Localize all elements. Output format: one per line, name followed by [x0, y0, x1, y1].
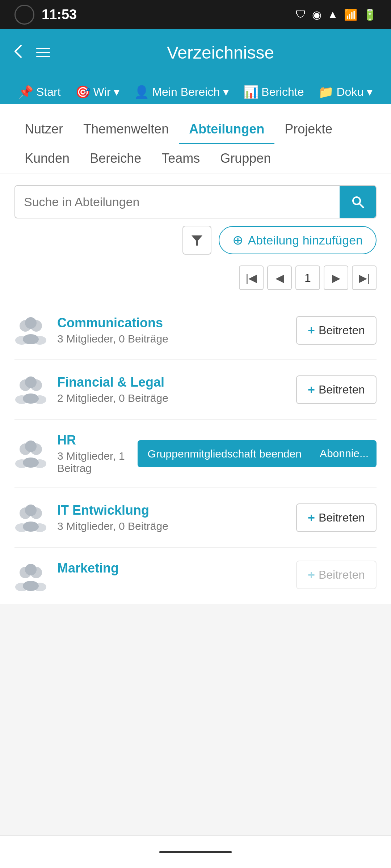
list-item-hr: HR 3 Mitglieder, 1 Beitrag Gruppenmitgli…: [14, 420, 377, 488]
join-button-marketing[interactable]: + Beitreten: [296, 561, 377, 589]
search-button[interactable]: [340, 186, 376, 218]
current-page: 1: [295, 265, 320, 290]
shield-icon: 🛡: [295, 8, 306, 21]
list-item-info-communications: Communications 3 Mitglieder, 0 Beiträge: [57, 315, 286, 345]
list-item-meta-communications: 3 Mitglieder, 0 Beiträge: [57, 333, 286, 345]
page-title: Verzeichnisse: [61, 43, 380, 63]
home-indicator: [159, 851, 232, 853]
wifi-icon: ▲: [327, 8, 338, 21]
last-page-icon: ▶|: [359, 272, 370, 284]
next-page-button[interactable]: ▶: [324, 265, 348, 290]
nav-label-berichte: Berichte: [261, 85, 304, 99]
hr-action-buttons: Gruppenmitgliedschaft beenden Abonnie...: [138, 440, 377, 467]
nav-label-meinbereich: Mein Bereich ▾: [152, 85, 229, 99]
filter-button[interactable]: [182, 226, 211, 255]
tab-bereiche[interactable]: Bereiche: [80, 144, 151, 174]
svg-point-23: [25, 505, 37, 516]
list-container: Communications 3 Mitglieder, 0 Beiträge …: [14, 301, 377, 593]
status-icons: 🛡 ◉ ▲ 📶 🔋: [295, 8, 377, 21]
group-icon-communications: [14, 314, 47, 346]
join-label-communications: Beitreten: [319, 324, 365, 337]
list-item-info-hr: HR 3 Mitglieder, 1 Beitrag: [57, 433, 127, 475]
tab-themenwelten[interactable]: Themenwelten: [73, 115, 179, 144]
group-icon-hr: [14, 437, 47, 470]
bottom-bar: [0, 835, 391, 868]
plus-icon-financial-legal: +: [308, 383, 315, 397]
nav-label-doku: Doku ▾: [336, 85, 373, 99]
list-item-info-it-entwicklung: IT Entwicklung 3 Mitglieder, 0 Beiträge: [57, 503, 286, 532]
leave-button-hr[interactable]: Gruppenmitgliedschaft beenden: [138, 440, 312, 467]
battery-icon: 🔋: [363, 8, 377, 21]
prev-page-button[interactable]: ◀: [267, 265, 292, 290]
menu-button[interactable]: [36, 48, 50, 57]
tab-kunden[interactable]: Kunden: [14, 144, 80, 174]
svg-point-8: [23, 334, 39, 344]
list-item-info-financial-legal: Financial & Legal 2 Mitglieder, 0 Beiträ…: [57, 375, 286, 404]
list-item-info-marketing: Marketing: [57, 561, 286, 578]
list-item-name-communications[interactable]: Communications: [57, 315, 286, 331]
svg-marker-2: [192, 235, 202, 246]
join-label-marketing: Beitreten: [319, 568, 365, 582]
action-row: ⊕ Abteilung hinzufügen: [14, 226, 377, 255]
last-page-button[interactable]: ▶|: [352, 265, 377, 290]
nav-item-wir[interactable]: 🎯Wir ▾: [68, 80, 127, 104]
list-item-financial-legal: Financial & Legal 2 Mitglieder, 0 Beiträ…: [14, 360, 377, 419]
list-item-name-it-entwicklung[interactable]: IT Entwicklung: [57, 503, 286, 518]
group-icon-marketing: [14, 561, 47, 593]
list-item-meta-it-entwicklung: 3 Mitglieder, 0 Beiträge: [57, 520, 286, 532]
svg-point-17: [25, 441, 37, 452]
list-item-marketing: Marketing + Beitreten: [14, 548, 377, 593]
list-item-name-marketing[interactable]: Marketing: [57, 561, 286, 576]
add-abteilung-button[interactable]: ⊕ Abteilung hinzufügen: [219, 226, 377, 254]
search-bar: [14, 185, 377, 218]
add-abteilung-label: Abteilung hinzufügen: [248, 233, 363, 247]
tab-teams[interactable]: Teams: [151, 144, 210, 174]
list-item-it-entwicklung: IT Entwicklung 3 Mitglieder, 0 Beiträge …: [14, 488, 377, 547]
next-page-icon: ▶: [332, 272, 340, 284]
search-input[interactable]: [15, 187, 340, 217]
app-bar: Verzeichnisse: [0, 29, 391, 76]
top-nav: 📌Start🎯Wir ▾👤Mein Bereich ▾📊Berichte📁Dok…: [0, 76, 391, 104]
list-item-name-hr[interactable]: HR: [57, 433, 127, 448]
subscribe-button-hr[interactable]: Abonnie...: [312, 440, 377, 467]
status-circle: [14, 5, 34, 25]
list-item-communications: Communications 3 Mitglieder, 0 Beiträge …: [14, 301, 377, 359]
tab-projekte[interactable]: Projekte: [274, 115, 342, 144]
join-button-it-entwicklung[interactable]: + Beitreten: [296, 503, 377, 532]
nav-icon-doku: 📁: [318, 85, 333, 99]
nav-item-doku[interactable]: 📁Doku ▾: [311, 80, 380, 104]
add-icon: ⊕: [232, 233, 243, 248]
tab-abteilungen[interactable]: Abteilungen: [179, 115, 274, 144]
status-bar: 11:53 🛡 ◉ ▲ 📶 🔋: [0, 0, 391, 29]
list-item-meta-hr: 3 Mitglieder, 1 Beitrag: [57, 450, 127, 475]
first-page-button[interactable]: |◀: [239, 265, 264, 290]
list-item-name-financial-legal[interactable]: Financial & Legal: [57, 375, 286, 390]
nav-label-wir: Wir ▾: [93, 85, 120, 99]
list-item-meta-financial-legal: 2 Mitglieder, 0 Beiträge: [57, 392, 286, 404]
group-icon-financial-legal: [14, 373, 47, 406]
camera-icon: ◉: [312, 8, 321, 21]
svg-point-32: [23, 581, 39, 591]
join-button-communications[interactable]: + Beitreten: [296, 316, 377, 345]
join-label-it-entwicklung: Beitreten: [319, 511, 365, 524]
nav-item-start[interactable]: 📌Start: [11, 80, 68, 104]
svg-point-26: [23, 522, 39, 532]
back-button[interactable]: [11, 43, 25, 63]
first-page-icon: |◀: [246, 272, 257, 284]
pagination: |◀ ◀ 1 ▶ ▶|: [14, 265, 377, 290]
signal-icon: 📶: [344, 8, 357, 21]
join-button-financial-legal[interactable]: + Beitreten: [296, 375, 377, 404]
status-time: 11:53: [42, 7, 77, 22]
nav-item-berichte[interactable]: 📊Berichte: [236, 80, 311, 104]
tab-nutzer[interactable]: Nutzer: [14, 115, 73, 144]
nav-icon-wir: 🎯: [75, 85, 91, 99]
main-content: ⊕ Abteilung hinzufügen |◀ ◀ 1 ▶ ▶| Commu…: [0, 174, 391, 604]
tab-gruppen[interactable]: Gruppen: [210, 144, 281, 174]
nav-label-start: Start: [36, 85, 61, 99]
nav-item-meinbereich[interactable]: 👤Mein Bereich ▾: [127, 80, 236, 104]
plus-icon-marketing: +: [308, 568, 315, 582]
tabs-container: NutzerThemenweltenAbteilungenProjekteKun…: [0, 104, 391, 174]
nav-icon-berichte: 📊: [243, 85, 258, 99]
svg-point-20: [23, 458, 39, 468]
svg-line-1: [359, 203, 363, 208]
